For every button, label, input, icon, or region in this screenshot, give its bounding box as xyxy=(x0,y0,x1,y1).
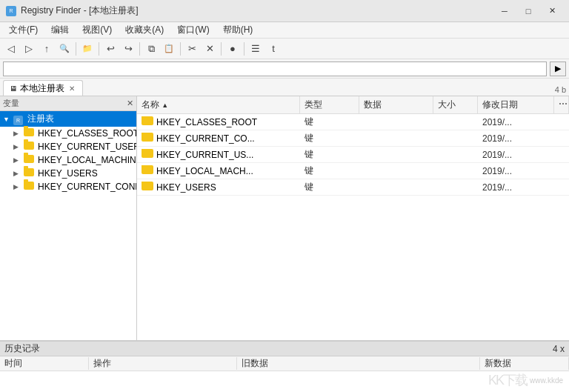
tree-label-hklm: HKEY_LOCAL_MACHINE xyxy=(38,155,137,165)
left-panel-header: 变量 ✕ xyxy=(0,96,136,111)
tree-item-hkcc[interactable]: ▶ HKEY_CURRENT_CONFIG xyxy=(0,180,136,193)
row-name: HKEY_LOCAL_MACH... xyxy=(156,166,253,176)
folder-icon-hkcu xyxy=(24,142,36,152)
tree-arrow-hklm: ▶ xyxy=(13,156,24,164)
tree-item-hkcr[interactable]: ▶ HKEY_CLASSES_ROOT xyxy=(0,127,136,140)
history-col-op: 操作 xyxy=(89,357,237,370)
main-content: 变量 ✕ ▼ R 注册表 ▶ HKEY_CLASSES_ROOT ▶ HKEY_… xyxy=(0,96,569,340)
file-type-cell: 键 xyxy=(300,132,359,144)
menu-help[interactable]: 帮助(H) xyxy=(217,22,259,38)
row-name: HKEY_CLASSES_ROOT xyxy=(156,117,257,127)
window-title: Registry Finder - [本地注册表] xyxy=(21,4,139,17)
toolbar-separator-5 xyxy=(221,42,222,56)
row-folder-icon xyxy=(142,165,153,176)
tree-arrow-hku: ▶ xyxy=(13,170,24,177)
toolbar-separator-1 xyxy=(76,42,76,56)
tab-close-button[interactable]: ✕ xyxy=(67,84,76,93)
table-row[interactable]: HKEY_CLASSES_ROOT 键 2019/... xyxy=(137,114,569,130)
sort-icon: ▲ xyxy=(162,102,168,109)
close-button[interactable]: ✕ xyxy=(541,2,563,20)
title-bar: R Registry Finder - [本地注册表] ─ □ ✕ xyxy=(0,0,569,22)
history-col-old: 旧数据 xyxy=(237,357,480,370)
maximize-button[interactable]: □ xyxy=(517,2,539,20)
history-col-new: 新数据 xyxy=(480,357,569,370)
tree-item-hkcu[interactable]: ▶ HKEY_CURRENT_USER xyxy=(0,140,136,153)
file-date-cell: 2019/... xyxy=(478,166,569,176)
tab-label: 本地注册表 xyxy=(20,82,64,95)
search-input[interactable] xyxy=(3,62,547,76)
col-header-size[interactable]: 大小 xyxy=(433,96,478,113)
cut-button[interactable]: ✂ xyxy=(184,41,200,57)
history-content xyxy=(0,371,569,392)
file-name-cell: HKEY_USERS xyxy=(137,182,300,193)
redo-button[interactable]: ↪ xyxy=(120,41,136,57)
file-type-cell: 键 xyxy=(300,165,359,177)
registry-icon: R xyxy=(13,114,25,124)
menu-bar: 文件(F) 编辑 视图(V) 收藏夹(A) 窗口(W) 帮助(H) xyxy=(0,22,569,39)
tab-local-registry[interactable]: 🖥 本地注册表 ✕ xyxy=(3,80,83,96)
paste-button[interactable]: 📋 xyxy=(161,41,177,57)
tree-item-registry-root[interactable]: ▼ R 注册表 xyxy=(0,111,136,127)
app-icon: R xyxy=(6,6,16,16)
row-name: HKEY_USERS xyxy=(156,182,216,193)
extra-button[interactable]: t xyxy=(265,41,282,57)
options-button[interactable]: ● xyxy=(224,41,241,57)
menu-window[interactable]: 窗口(W) xyxy=(171,22,215,38)
undo-button[interactable]: ↩ xyxy=(102,41,119,57)
row-folder-icon xyxy=(142,133,153,144)
history-title: 历史记录 xyxy=(4,342,40,355)
col-header-data[interactable]: 数据 xyxy=(359,96,433,113)
col-header-date[interactable]: 修改日期 xyxy=(478,96,554,113)
minimize-button[interactable]: ─ xyxy=(493,2,516,20)
toolbar-separator-6 xyxy=(244,42,244,56)
right-panel-header: 名称 ▲ 类型 数据 大小 修改日期 ⋯ xyxy=(137,96,569,114)
left-panel-title: 变量 xyxy=(3,98,19,109)
file-name-cell: HKEY_LOCAL_MACH... xyxy=(137,165,300,176)
col-header-name[interactable]: 名称 ▲ xyxy=(137,96,300,113)
menu-edit[interactable]: 编辑 xyxy=(45,22,75,38)
delete-button[interactable]: ✕ xyxy=(202,41,218,57)
left-panel-close[interactable]: ✕ xyxy=(127,99,133,108)
right-panel: 名称 ▲ 类型 数据 大小 修改日期 ⋯ HKEY_CLASSES_ROOT 键… xyxy=(137,96,569,340)
tree-arrow-hkcr: ▶ xyxy=(13,130,24,137)
up-button[interactable]: ↑ xyxy=(39,41,55,57)
toolbar-separator-3 xyxy=(139,42,140,56)
copy-button[interactable]: ⧉ xyxy=(143,41,159,57)
history-columns: 时间 操作 旧数据 新数据 xyxy=(0,356,569,371)
tree-arrow-root: ▼ xyxy=(3,116,13,123)
folder-icon-hku xyxy=(24,168,36,179)
tree-button[interactable]: ☰ xyxy=(247,41,264,57)
folder-icon-hklm xyxy=(24,155,36,165)
toolbar-separator-2 xyxy=(99,42,99,56)
table-row[interactable]: HKEY_CURRENT_CO... 键 2019/... xyxy=(137,130,569,147)
menu-file[interactable]: 文件(F) xyxy=(3,22,44,38)
new-key-button[interactable]: 📁 xyxy=(79,41,96,57)
tab-icon: 🖥 xyxy=(10,84,17,93)
watermark: KK下载 www.kkde xyxy=(488,371,563,389)
back-button[interactable]: ◁ xyxy=(3,41,19,57)
row-folder-icon xyxy=(142,116,153,127)
forward-button[interactable]: ▷ xyxy=(21,41,37,57)
file-date-cell: 2019/... xyxy=(478,150,569,160)
toolbar-separator-4 xyxy=(180,42,181,56)
table-row[interactable]: HKEY_LOCAL_MACH... 键 2019/... xyxy=(137,163,569,179)
folder-icon-hkcr xyxy=(24,128,36,139)
menu-view[interactable]: 视图(V) xyxy=(76,22,118,38)
folder-icon-hkcc xyxy=(24,182,36,192)
title-bar-left: R Registry Finder - [本地注册表] xyxy=(6,4,139,17)
tree-item-hklm[interactable]: ▶ HKEY_LOCAL_MACHINE xyxy=(0,153,136,167)
col-header-type[interactable]: 类型 xyxy=(300,96,359,113)
file-date-cell: 2019/... xyxy=(478,117,569,127)
search-button[interactable]: 🔍 xyxy=(56,41,73,57)
table-row[interactable]: HKEY_CURRENT_US... 键 2019/... xyxy=(137,147,569,163)
tab-bar-right-label: 4 b xyxy=(555,85,566,94)
menu-favorites[interactable]: 收藏夹(A) xyxy=(119,22,170,38)
search-go-button[interactable]: ▶ xyxy=(550,62,566,76)
tree-label-root: 注册表 xyxy=(27,113,54,125)
table-row[interactable]: HKEY_USERS 键 2019/... xyxy=(137,179,569,196)
col-header-more[interactable]: ⋯ xyxy=(554,96,569,113)
history-panel-header: 历史记录 4 x xyxy=(0,342,569,356)
file-name-cell: HKEY_CURRENT_CO... xyxy=(137,133,300,144)
tree-item-hku[interactable]: ▶ HKEY_USERS xyxy=(0,167,136,180)
row-name: HKEY_CURRENT_CO... xyxy=(156,133,255,144)
